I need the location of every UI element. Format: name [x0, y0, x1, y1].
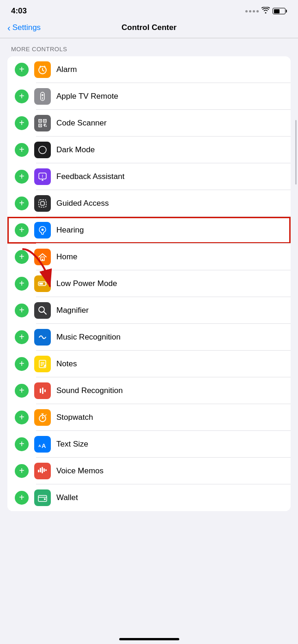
item-label-music-recognition: Music Recognition [56, 333, 283, 342]
add-button-home[interactable]: + [15, 250, 29, 264]
signal-icon [245, 10, 259, 12]
svg-rect-39 [42, 388, 43, 394]
plus-icon: + [19, 359, 24, 368]
add-button-wallet[interactable]: + [15, 491, 29, 505]
svg-point-18 [39, 146, 46, 154]
plus-icon: + [19, 198, 24, 208]
item-label-voice-memos: Voice Memos [56, 466, 283, 476]
app-icon-home [34, 249, 51, 265]
add-button-music-recognition[interactable]: + [15, 330, 29, 344]
add-button-low-power-mode[interactable]: + [15, 277, 29, 291]
list-item-code-scanner[interactable]: +Code Scanner [7, 110, 291, 137]
add-button-sound-recognition[interactable]: + [15, 384, 29, 398]
list-item-feedback-assistant[interactable]: +!Feedback Assistant [7, 163, 291, 190]
list-item-wallet[interactable]: +Wallet [7, 484, 291, 511]
list-item-magnifier[interactable]: +Magnifier [7, 297, 291, 324]
list-item-notes[interactable]: +Notes [7, 351, 291, 377]
svg-line-33 [44, 311, 47, 314]
wifi-icon [262, 7, 270, 15]
list-item-music-recognition[interactable]: +Music Recognition [7, 324, 291, 351]
svg-rect-40 [44, 389, 46, 392]
list-item-apple-tv-remote[interactable]: +Apple TV Remote [7, 83, 291, 110]
add-button-notes[interactable]: + [15, 357, 29, 371]
scrollbar-track[interactable] [295, 92, 297, 369]
item-label-notes: Notes [56, 359, 283, 369]
list-item-guided-access[interactable]: +Guided Access [7, 190, 291, 217]
app-icon-sound-recognition [34, 382, 51, 399]
plus-icon: + [19, 172, 24, 181]
add-button-guided-access[interactable]: + [15, 197, 29, 210]
svg-rect-49 [40, 468, 41, 472]
svg-rect-51 [43, 468, 45, 472]
plus-icon: + [19, 466, 24, 475]
list-item-alarm[interactable]: +Alarm [7, 56, 291, 83]
app-icon-voice-memos [34, 463, 51, 479]
app-icon-apple-tv-remote [34, 88, 51, 105]
list-item-voice-memos[interactable]: +Voice Memos [7, 458, 291, 484]
svg-rect-38 [40, 388, 41, 393]
list-item-text-size[interactable]: +AAText Size [7, 431, 291, 458]
svg-rect-53 [38, 470, 39, 472]
item-label-dark-mode: Dark Mode [56, 145, 283, 155]
add-button-feedback-assistant[interactable]: + [15, 170, 29, 184]
svg-rect-29 [39, 283, 43, 285]
svg-line-46 [45, 415, 46, 416]
plus-icon: + [19, 412, 24, 422]
plus-icon: + [19, 439, 24, 448]
add-button-code-scanner[interactable]: + [15, 116, 29, 130]
app-icon-low-power-mode [34, 275, 51, 292]
svg-rect-12 [44, 120, 45, 121]
list-item-dark-mode[interactable]: +Dark Mode [7, 137, 291, 163]
nav-title: Control Center [122, 23, 176, 32]
svg-rect-52 [45, 469, 47, 471]
item-label-hearing: Hearing [56, 226, 283, 235]
add-button-hearing[interactable]: + [15, 223, 29, 237]
add-button-stopwatch[interactable]: + [15, 411, 29, 424]
item-label-wallet: Wallet [56, 493, 283, 502]
add-button-apple-tv-remote[interactable]: + [15, 89, 29, 103]
svg-rect-50 [42, 467, 43, 473]
svg-text:A: A [42, 442, 46, 449]
plus-icon: + [19, 225, 24, 234]
app-icon-stopwatch [34, 409, 51, 426]
plus-icon: + [19, 65, 24, 74]
add-button-magnifier[interactable]: + [15, 304, 29, 317]
nav-bar: ‹ Settings Control Center [0, 19, 298, 38]
home-indicator [119, 638, 179, 640]
back-label: Settings [12, 23, 41, 32]
plus-icon: + [19, 91, 24, 101]
app-icon-text-size: AA [34, 436, 51, 453]
app-icon-alarm [34, 61, 51, 78]
back-button[interactable]: ‹ Settings [7, 23, 41, 33]
add-button-voice-memos[interactable]: + [15, 464, 29, 478]
svg-rect-27 [42, 259, 43, 261]
app-icon-notes [34, 356, 51, 372]
item-label-magnifier: Magnifier [56, 306, 283, 315]
svg-rect-23 [39, 200, 46, 207]
list-item-home[interactable]: +Home [7, 244, 291, 270]
item-label-guided-access: Guided Access [56, 199, 283, 208]
list-item-sound-recognition[interactable]: +Sound Recognition [7, 377, 291, 404]
add-button-text-size[interactable]: + [15, 437, 29, 451]
controls-list: +Alarm+Apple TV Remote+Code Scanner+Dark… [7, 56, 291, 511]
plus-icon: + [19, 279, 24, 288]
app-icon-hearing [34, 222, 51, 239]
item-label-apple-tv-remote: Apple TV Remote [56, 92, 283, 101]
add-button-dark-mode[interactable]: + [15, 143, 29, 157]
list-item-hearing[interactable]: +Hearing [7, 217, 291, 244]
plus-icon: + [19, 386, 24, 395]
svg-point-25 [42, 228, 44, 231]
add-button-alarm[interactable]: + [15, 63, 29, 77]
svg-text:!: ! [42, 174, 43, 179]
status-icons [245, 7, 287, 15]
list-item-low-power-mode[interactable]: +Low Power Mode [7, 270, 291, 297]
plus-icon: + [19, 332, 24, 341]
plus-icon: + [19, 252, 24, 261]
app-icon-magnifier [34, 302, 51, 319]
svg-point-6 [42, 94, 43, 96]
scrollbar-thumb [295, 120, 297, 185]
item-label-text-size: Text Size [56, 440, 283, 449]
item-label-low-power-mode: Low Power Mode [56, 279, 283, 288]
list-item-stopwatch[interactable]: +Stopwatch [7, 404, 291, 431]
item-label-home: Home [56, 252, 283, 262]
